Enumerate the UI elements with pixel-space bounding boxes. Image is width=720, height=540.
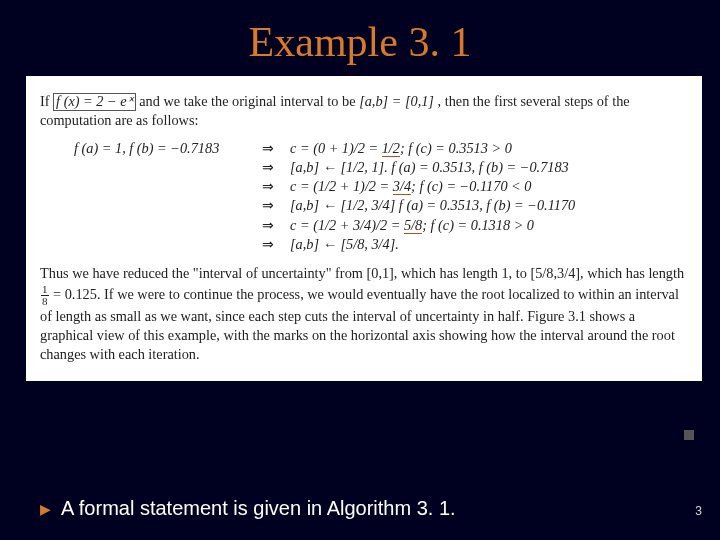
math-row: ⇒ [a,b] ← [1/2, 3/4] f (a) = 0.3513, f (… (74, 196, 688, 215)
arrow-icon: ⇒ (256, 216, 280, 235)
math-steps: f (a) = 1, f (b) = −0.7183 ⇒ c = (0 + 1)… (74, 139, 688, 255)
intro-mid: and we take the original interval to be (139, 93, 359, 109)
ab-interval: [a,b] = [0,1] (359, 93, 434, 109)
content-panel: If f (x) = 2 − eˣ and we take the origin… (26, 76, 702, 381)
math-row: ⇒ c = (1/2 + 3/4)/2 = 5/8; f (c) = 0.131… (74, 216, 688, 235)
initial-values: f (a) = 1, f (b) = −0.7183 (74, 139, 256, 158)
rhs-ul: 5/8 (404, 217, 422, 234)
page-number: 3 (695, 504, 702, 518)
frac-den: 8 (41, 296, 49, 307)
rhs-post: ; f (c) = −0.1170 < 0 (411, 178, 531, 194)
decorative-square (684, 430, 694, 440)
rhs-pre: c = (1/2 + 3/4)/2 = (290, 217, 404, 233)
fraction-1-8: 1 8 (41, 284, 49, 307)
bullet-text: A formal statement is given in Algorithm… (61, 497, 456, 520)
rhs-pre: c = (1/2 + 1)/2 = (290, 178, 393, 194)
slide-title: Example 3. 1 (0, 0, 720, 76)
rhs-pre: [a,b] ← [1/2, 1]. f (a) = 0.3513, f (b) … (290, 159, 569, 175)
rhs-ul: 1/2 (382, 140, 400, 157)
conclusion-paragraph: Thus we have reduced the "interval of un… (40, 264, 688, 364)
rhs-post: ; f (c) = 0.3513 > 0 (400, 140, 512, 156)
step-rhs: [a,b] ← [1/2, 3/4] f (a) = 0.3513, f (b)… (280, 196, 575, 215)
step-rhs: c = (1/2 + 3/4)/2 = 5/8; f (c) = 0.1318 … (280, 216, 534, 235)
rhs-pre: [a,b] ← [1/2, 3/4] f (a) = 0.3513, f (b)… (290, 197, 575, 213)
math-row: f (a) = 1, f (b) = −0.7183 ⇒ c = (0 + 1)… (74, 139, 688, 158)
rhs-ul: 3/4 (393, 178, 411, 195)
frac-num: 1 (41, 284, 49, 296)
arrow-icon: ⇒ (256, 139, 280, 158)
math-row: ⇒ [a,b] ← [1/2, 1]. f (a) = 0.3513, f (b… (74, 158, 688, 177)
bullet-marker-icon: ▶ (40, 501, 51, 517)
bullet-line: ▶ A formal statement is given in Algorit… (40, 497, 456, 520)
para2-t1: Thus we have reduced the "interval of un… (40, 265, 684, 281)
step-rhs: [a,b] ← [5/8, 3/4]. (280, 235, 399, 254)
intro-paragraph: If f (x) = 2 − eˣ and we take the origin… (40, 92, 688, 131)
math-row: ⇒ [a,b] ← [5/8, 3/4]. (74, 235, 688, 254)
rhs-pre: [a,b] ← [5/8, 3/4]. (290, 236, 399, 252)
step-rhs: c = (0 + 1)/2 = 1/2; f (c) = 0.3513 > 0 (280, 139, 512, 158)
arrow-icon: ⇒ (256, 158, 280, 177)
arrow-icon: ⇒ (256, 235, 280, 254)
step-rhs: [a,b] ← [1/2, 1]. f (a) = 0.3513, f (b) … (280, 158, 569, 177)
para2-t2: = 0.125. If we were to continue the proc… (40, 285, 679, 362)
arrow-icon: ⇒ (256, 196, 280, 215)
step-rhs: c = (1/2 + 1)/2 = 3/4; f (c) = −0.1170 <… (280, 177, 531, 196)
intro-prefix: If (40, 93, 53, 109)
math-row: ⇒ c = (1/2 + 1)/2 = 3/4; f (c) = −0.1170… (74, 177, 688, 196)
rhs-pre: c = (0 + 1)/2 = (290, 140, 382, 156)
arrow-icon: ⇒ (256, 177, 280, 196)
fx-box: f (x) = 2 − eˣ (53, 93, 136, 111)
rhs-post: ; f (c) = 0.1318 > 0 (422, 217, 534, 233)
